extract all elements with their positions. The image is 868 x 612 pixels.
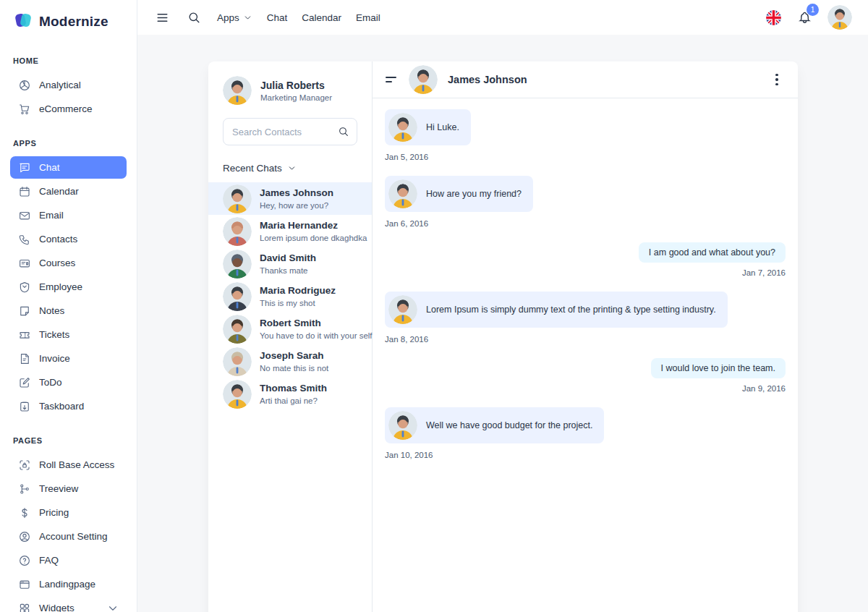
sidebar-item-analytical[interactable]: Analytical	[10, 74, 127, 96]
badge-icon	[17, 280, 31, 294]
message-date: Jan 6, 2016	[385, 219, 533, 228]
user-circle-icon	[17, 530, 31, 543]
sidebar-item-roll-base-access[interactable]: Roll Base Access	[10, 454, 127, 476]
recent-chats-dropdown[interactable]: Recent Chats	[208, 145, 372, 182]
contact-maria-rodriguez[interactable]: Maria Rodriguez This is my shot	[208, 280, 372, 313]
invoice-icon	[17, 352, 31, 365]
hamburger-icon[interactable]	[153, 9, 171, 26]
message-received: How are you my friend? Jan 6, 2016	[385, 176, 533, 228]
sidebar-item-tickets[interactable]: Tickets	[10, 323, 127, 346]
current-user-role: Marketing Manager	[260, 93, 332, 102]
notification-badge: 1	[807, 4, 819, 16]
sidebar-item-label: ToDo	[39, 377, 62, 388]
avatar	[223, 76, 252, 105]
chevron-down-icon	[243, 13, 252, 22]
message-date: Jan 8, 2016	[385, 335, 728, 344]
contact-james-johnson[interactable]: James Johnson Hey, how are you?	[208, 182, 372, 215]
avatar	[223, 250, 252, 279]
search-icon[interactable]	[185, 9, 203, 26]
sidebar-item-courses[interactable]: Courses	[10, 252, 127, 274]
sidebar-item-pricing[interactable]: Pricing	[10, 501, 127, 524]
sidebar-item-todo[interactable]: ToDo	[10, 371, 127, 394]
brand[interactable]: Modernize	[10, 0, 127, 38]
more-options-icon[interactable]	[769, 72, 785, 88]
current-user: Julia Roberts Marketing Manager	[208, 61, 372, 115]
message-date: Jan 5, 2016	[385, 153, 471, 161]
sidebar-item-label: Chat	[39, 162, 60, 173]
ticket-icon	[17, 328, 31, 341]
message-sent: I am good and what about you? Jan 7, 201…	[639, 242, 786, 277]
sidebar-item-invoice[interactable]: Invoice	[10, 347, 127, 370]
topnav-apps[interactable]: Apps	[217, 12, 252, 23]
topnav-chat[interactable]: Chat	[267, 12, 288, 23]
sidebar-item-contacts[interactable]: Contacts	[10, 228, 127, 250]
avatar	[388, 411, 417, 440]
avatar	[223, 184, 252, 213]
phone-icon	[17, 232, 31, 246]
topnav-email[interactable]: Email	[356, 12, 380, 23]
avatar	[223, 347, 252, 376]
section-label-pages: PAGES	[13, 436, 124, 445]
current-user-name: Julia Roberts	[260, 80, 332, 91]
sidebar-item-chat[interactable]: Chat	[10, 156, 127, 179]
tree-icon	[17, 482, 31, 496]
sidebar-item-label: Calendar	[39, 186, 79, 197]
message-sent: I would love to join the team. Jan 9, 20…	[651, 358, 786, 393]
window-icon	[17, 577, 31, 591]
widgets-icon	[17, 601, 31, 612]
edit-icon	[17, 375, 31, 389]
avatar	[388, 113, 417, 142]
taskboard-icon	[17, 399, 31, 413]
brand-name: Modernize	[39, 14, 109, 30]
notifications-button[interactable]: 1	[796, 9, 813, 26]
sidebar-item-label: Landingpage	[39, 579, 95, 590]
message-bubble: I am good and what about you?	[639, 242, 786, 263]
sidebar-item-calendar[interactable]: Calendar	[10, 180, 127, 203]
contact-maria-hernandez[interactable]: Maria Hernandez Lorem ipsum done dkaghdk…	[208, 215, 372, 247]
user-avatar[interactable]	[827, 5, 852, 30]
avatar	[223, 282, 252, 311]
sidebar-item-label: Treeview	[39, 483, 78, 494]
sidebar-item-label: Courses	[39, 258, 75, 268]
contact-thomas-smith[interactable]: Thomas Smith Arti thai gai ne?	[208, 378, 372, 410]
conversation-title: James Johnson	[448, 74, 527, 85]
topnav-apps-label: Apps	[217, 12, 239, 23]
avatar	[223, 217, 252, 246]
sidebar-item-label: Tickets	[39, 329, 69, 340]
message-bubble: Well we have good budget for the project…	[385, 407, 604, 443]
sidebar-item-label: Notes	[39, 305, 64, 316]
sidebar-item-taskboard[interactable]: Taskboard	[10, 395, 127, 417]
sidebar-item-email[interactable]: Email	[10, 204, 127, 226]
calendar-icon	[17, 184, 31, 198]
messages-scroll-area[interactable]: Hi Luke. Jan 5, 2016 How are you my frie…	[373, 98, 798, 612]
app-sidebar: Modernize HOME Analytical eCommerce APPS…	[0, 0, 137, 612]
lock-access-icon	[17, 458, 31, 472]
avatar	[388, 295, 417, 324]
message-date: Jan 10, 2016	[385, 451, 604, 459]
sidebar-item-landingpage[interactable]: Landingpage	[10, 573, 127, 595]
chevron-down-icon	[287, 163, 297, 173]
section-label-home: HOME	[13, 56, 124, 65]
sidebar-item-widgets[interactable]: Widgets	[10, 597, 127, 612]
sidebar-item-notes[interactable]: Notes	[10, 299, 127, 322]
contact-robert-smith[interactable]: Robert Smith You have to do it with your…	[208, 313, 372, 345]
sidebar-item-treeview[interactable]: Treeview	[10, 477, 127, 500]
avatar	[388, 179, 417, 208]
message-bubble: Lorem Ipsum is simply dummy text of the …	[385, 292, 728, 328]
sidebar-item-account-setting[interactable]: Account Setting	[10, 525, 127, 548]
message-date: Jan 7, 2016	[639, 268, 786, 277]
topnav-calendar[interactable]: Calendar	[302, 12, 341, 23]
sidebar-item-ecommerce[interactable]: eCommerce	[10, 98, 127, 120]
contact-david-smith[interactable]: David Smith Thanks mate	[208, 247, 372, 280]
avatar	[409, 65, 438, 94]
sidebar-item-employee[interactable]: Employee	[10, 276, 127, 298]
sidebar-item-label: Account Setting	[39, 531, 108, 542]
sidebar-item-faq[interactable]: FAQ	[10, 549, 127, 571]
toggle-sidebar-icon[interactable]	[386, 73, 399, 86]
contact-joseph-sarah[interactable]: Joseph Sarah No mate this is not	[208, 345, 372, 378]
sidebar-item-label: Roll Base Access	[39, 459, 114, 470]
sidebar-item-label: Employee	[39, 281, 82, 292]
uk-flag-icon[interactable]	[766, 10, 781, 25]
topbar: Apps Chat Calendar Email	[137, 0, 868, 35]
message-bubble: I would love to join the team.	[651, 358, 786, 378]
